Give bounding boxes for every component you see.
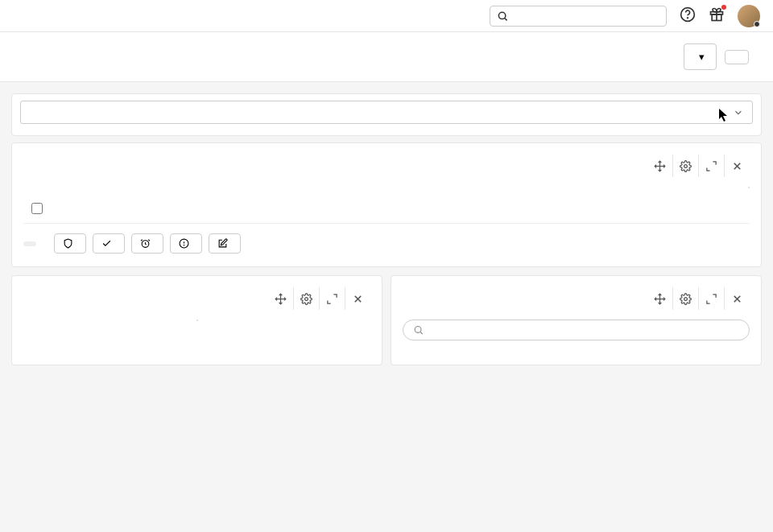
move-icon[interactable] [267,287,293,310]
page-header: ▾ [0,32,773,82]
close-icon[interactable] [724,287,750,310]
user-avatar[interactable] [738,5,760,27]
snooze-button[interactable] [131,233,163,254]
change-priority-button[interactable] [170,233,202,254]
svg-point-26 [415,327,421,333]
move-icon[interactable] [647,287,672,310]
oncall-search-input[interactable] [428,324,739,336]
selected-count [23,241,36,246]
svg-line-27 [420,332,422,333]
search-icon [413,324,424,336]
search-icon [497,10,508,23]
oncall-search[interactable] [403,320,750,340]
move-icon[interactable] [647,155,672,177]
add-note-button[interactable] [209,233,241,254]
fullscreen-button[interactable] [725,50,749,64]
close-icon[interactable] [345,287,370,310]
incidents-module [11,142,762,267]
expand-icon[interactable] [319,287,345,310]
bulk-action-bar [23,233,750,254]
resolve-button[interactable] [93,233,125,254]
svg-point-0 [498,12,505,19]
close-icon[interactable] [724,155,750,177]
expand-icon[interactable] [698,155,724,177]
gear-icon[interactable] [672,287,698,310]
gear-icon[interactable] [293,287,319,310]
global-search[interactable] [490,6,667,27]
gift-icon[interactable] [709,6,725,25]
svg-point-18 [305,297,308,300]
oncall-module [391,275,762,365]
help-icon[interactable] [680,6,696,25]
svg-point-23 [684,297,688,300]
select-all-checkbox[interactable] [31,203,43,214]
svg-point-9 [684,164,688,167]
svg-point-15 [184,245,184,245]
gear-icon[interactable] [672,155,698,177]
incidents-table-header [23,196,750,224]
chevron-down-icon[interactable] [733,107,744,118]
time-range-selector [196,320,198,321]
add-module-button[interactable]: ▾ [684,43,717,70]
service-activity-module [11,275,382,365]
global-search-input[interactable] [513,10,659,22]
filter-input-wrap[interactable] [20,101,753,124]
expand-icon[interactable] [698,287,724,310]
svg-line-1 [505,18,507,20]
filter-input[interactable] [29,106,733,118]
acknowledge-button[interactable] [54,233,86,254]
urgency-filter [748,187,750,188]
svg-point-3 [688,18,688,19]
top-nav [0,0,773,32]
filter-card [11,93,762,136]
